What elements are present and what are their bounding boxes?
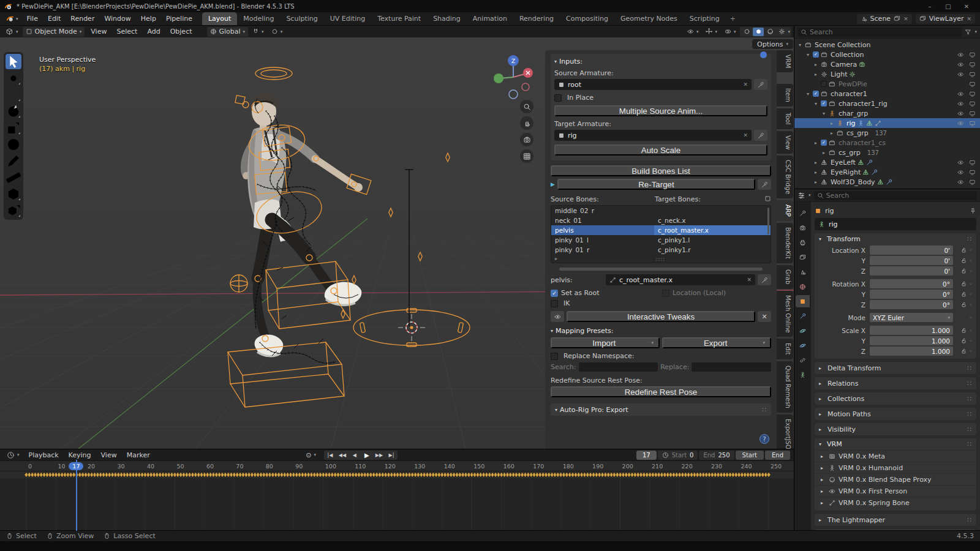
location-local-row[interactable]: Location (Local) [662,289,771,297]
disable-in-render-icon[interactable] [967,91,977,97]
outliner-row-scene-collection[interactable]: ▾Scene Collection [794,40,980,50]
animate-decorator[interactable]: ◦ [969,301,973,308]
sidebar-tab-arp[interactable]: ARP [777,200,793,221]
animate-decorator[interactable]: ◦ [969,327,973,334]
animate-decorator[interactable]: ◦ [969,348,973,354]
workspace-tab-animation[interactable]: Animation [467,12,513,25]
sidebar-tab-grab[interactable]: Grab [777,265,793,288]
panel-visibility[interactable]: ▸Visibility∷ [815,423,976,435]
panel-vrm-0-x-blend-shape-proxy[interactable]: ▸VRM 0.x Blend Shape Proxy [815,473,976,485]
jump-to-start-button[interactable]: |◀ [324,452,336,458]
redefine-rest-pose-button[interactable]: Redefine Rest Pose [551,386,771,397]
play-button[interactable]: ▶ [361,452,373,459]
panel-delta-transform[interactable]: ▸Delta Transform∷ [815,362,976,374]
hide-in-viewport-icon[interactable] [956,100,965,107]
workspace-tab-geometry-nodes[interactable]: Geometry Nodes [614,12,684,25]
timeline-menu-view[interactable]: View [96,449,122,460]
panel-vrm-0-x-first-person[interactable]: ▸VRM 0.x First Person [815,485,976,497]
collection-checkbox[interactable]: ✓ [821,100,827,107]
collection-checkbox[interactable]: ✓ [821,140,827,146]
viewport-menu-object[interactable]: Object [165,26,197,37]
workspace-tab-modeling[interactable]: Modeling [237,12,280,25]
frame-end-field[interactable]: End250 [699,451,734,460]
gizmos-dropdown[interactable]: ▾ [703,27,720,37]
rotation-x-value-field[interactable]: 0° [870,279,953,288]
help-button[interactable]: ? [760,434,769,444]
disable-in-render-icon[interactable] [967,110,977,117]
in-place-checkbox-row[interactable]: In Place [554,94,767,102]
properties-tab-render[interactable] [796,222,810,234]
namespace-search-field[interactable] [579,362,658,372]
location-x-value-field[interactable]: 0' [870,246,953,255]
outliner-row-eyeright[interactable]: ▸EyeRight [794,167,980,177]
replace-namespace-checkbox[interactable] [551,353,558,360]
new-scene-icon[interactable] [894,15,900,22]
panel-motion-paths[interactable]: ▸Motion Paths∷ [815,408,976,420]
y-value-field[interactable]: 1.000 [870,336,953,345]
timeline-menu-playback[interactable]: Playback [24,449,64,460]
next-keyframe-button[interactable]: ▶▶ [373,452,385,458]
bone-mapping-row-middle-02-r[interactable]: middle_02_r [551,206,771,216]
disclosure-icon[interactable]: ▸ [813,160,819,165]
inputs-panel-header[interactable]: ▾Inputs: [554,58,767,66]
disable-in-render-icon[interactable] [967,81,977,88]
disclosure-icon[interactable]: ▸ [821,150,827,156]
bone-mapping-row-pelvis[interactable]: pelvisc_root_master.x [551,225,771,235]
properties-tab-physics[interactable] [796,339,810,351]
editor-type-button[interactable]: ▾ [2,27,21,37]
bone-mapping-row-pinky-01-r[interactable]: pinky_01_rc_pinky1.r [551,245,771,255]
close-button[interactable]: ✕ [957,3,976,10]
current-frame-field[interactable]: 17 [636,451,657,460]
retarget-eyedropper[interactable] [758,179,771,190]
bone-mapping-list[interactable]: middle_02_rneck_01c_neck.xpelvisc_root_m… [551,205,771,263]
collection-checkbox[interactable]: ✓ [813,51,819,58]
disable-in-render-icon[interactable] [967,120,977,127]
transform-panel-header[interactable]: ▾Transform∷ [815,233,976,245]
bone-mapping-row-neck-01[interactable]: neck_01c_neck.x [551,216,771,225]
set-start-button[interactable]: Start [736,451,764,460]
tool-tweak-select[interactable] [6,54,21,69]
workspace-tab-uv-editing[interactable]: UV Editing [324,12,371,25]
disclosure-icon[interactable]: ▾ [821,111,827,116]
hide-in-viewport-icon[interactable] [956,169,965,176]
tool-cursor[interactable] [6,70,21,86]
disclosure-icon[interactable]: ▾ [813,101,819,107]
disclosure-icon[interactable]: ▸ [813,62,819,67]
hide-in-viewport-icon[interactable] [956,110,965,117]
auto-scale-button[interactable]: Auto Scale [554,144,767,156]
properties-tab-tool[interactable] [796,207,810,219]
shading-material-button[interactable] [764,28,775,36]
workspace-tab-compositing[interactable]: Compositing [560,12,614,25]
outliner-row-collection[interactable]: ▾✓Collection [794,50,980,59]
hide-in-viewport-icon[interactable] [956,159,965,166]
properties-tab-object[interactable] [796,295,810,307]
blender-app-menu[interactable]: ▾ [2,15,22,23]
properties-tab-output[interactable] [796,236,810,249]
properties-tab-object-data[interactable] [796,369,810,381]
selected-bone-target-field[interactable]: c_root_master.x✕ [606,274,755,285]
frame-start-field[interactable]: Start0 [658,451,698,460]
disclosure-icon[interactable]: ▸ [813,170,819,175]
in-place-checkbox[interactable] [554,94,562,102]
sidebar-tab-edit[interactable]: Edit [777,339,793,359]
animate-decorator[interactable]: ◦ [969,337,973,344]
tool-measure[interactable] [6,170,21,185]
camera-view-button[interactable] [520,133,533,146]
ik-row[interactable]: IK [551,299,771,307]
disable-in-render-icon[interactable] [967,159,977,166]
export-preset-dropdown[interactable]: Export▾ [662,337,771,348]
disable-in-render-icon[interactable] [967,51,977,58]
clear-source-icon[interactable]: ✕ [743,81,748,88]
playhead-line[interactable] [76,460,77,531]
multiple-source-anim-button[interactable]: Multiple Source Anim... [554,105,767,116]
unlink-scene-icon[interactable]: ✕ [903,16,908,22]
outliner-row-cs-grp[interactable]: ▸cs_grp137 [794,128,980,138]
outliner-row-eyeleft[interactable]: ▸EyeLeft [794,157,980,167]
tool-extrude[interactable] [6,203,21,218]
orientation-selector[interactable]: Global▾ [207,27,249,37]
jump-to-end-button[interactable]: ▶| [385,452,398,458]
hide-in-viewport-icon[interactable] [956,71,965,78]
mapping-presets-header[interactable]: ▾Mapping Presets: [551,327,771,335]
outliner-row-light[interactable]: ▸Light [794,69,980,79]
tool-scale[interactable] [6,120,21,135]
